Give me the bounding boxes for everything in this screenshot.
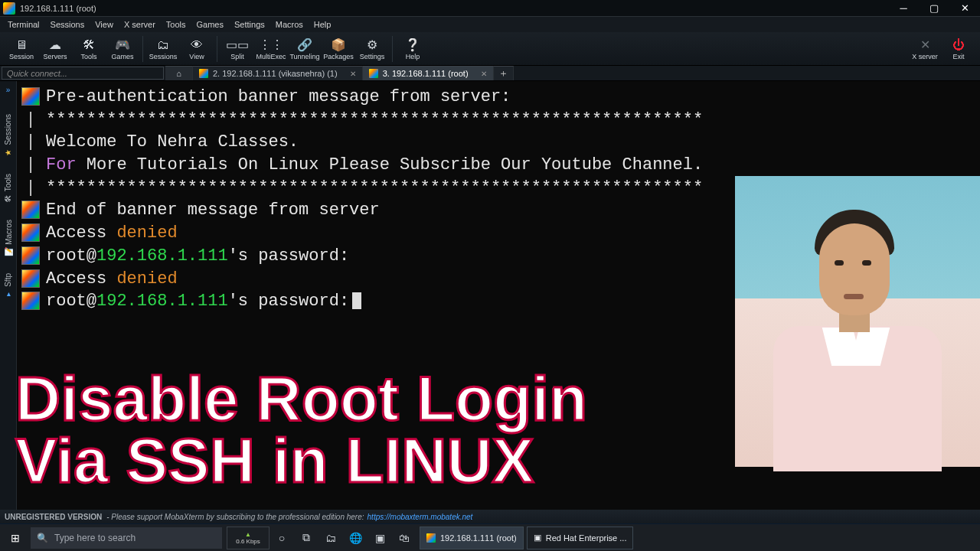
tb-help[interactable]: ❔Help — [396, 37, 430, 60]
taskbar-app-vm[interactable]: ▣Red Hat Enterprise ... — [527, 527, 634, 549]
cloud-icon: ☁ — [49, 37, 61, 53]
vm-icon: ▣ — [534, 533, 541, 543]
tb-xserver[interactable]: ✕X server — [908, 37, 942, 60]
tb-games-label: Games — [111, 53, 133, 60]
tb-view[interactable]: 👁View — [180, 37, 214, 60]
tb-exit[interactable]: ⏻Exit — [942, 37, 975, 60]
sidebar-sftp[interactable]: ▸Sftp — [4, 273, 12, 298]
tb-sessions[interactable]: 🗂Sessions — [146, 37, 180, 60]
minimize-button[interactable]: ─ — [888, 2, 919, 14]
start-button[interactable]: ⊞ — [0, 532, 31, 544]
tb-multiexec[interactable]: ⋮⋮MultiExec — [254, 37, 288, 60]
multiexec-icon: ⋮⋮ — [259, 37, 283, 53]
tools-icon: 🛠 — [4, 194, 12, 202]
tb-servers-label: Servers — [43, 53, 67, 60]
tb-tools[interactable]: 🛠Tools — [72, 37, 106, 60]
term-line: End of banner message from server — [46, 199, 380, 222]
store-icon[interactable]: 🛍 — [392, 527, 416, 549]
term-line: root@192.168.1.111's password: — [46, 245, 349, 268]
menu-xserver[interactable]: X server — [119, 19, 160, 30]
tb-settings-label: Settings — [360, 53, 385, 60]
tb-sessions-label: Sessions — [149, 53, 178, 60]
tab-bar: ⌂ 2. 192.168.1.111 (vikasnehra) (1)✕ 3. … — [165, 66, 980, 80]
split-icon: ▭▭ — [226, 37, 249, 53]
package-icon: 📦 — [331, 37, 346, 53]
app-icon — [3, 2, 15, 15]
term-line: root@192.168.1.111's password: — [46, 290, 361, 313]
term-line: ****************************************… — [46, 177, 703, 200]
term-line: Access denied — [46, 268, 178, 291]
sidebar-label: Macros — [4, 220, 12, 245]
cortana-icon[interactable]: ○ — [270, 527, 294, 549]
overlay-line-1: Disable Root Login — [15, 368, 587, 429]
status-link[interactable]: https://mobaxterm.mobatek.net — [368, 513, 473, 521]
menu-tools[interactable]: Tools — [162, 19, 191, 30]
sidebar-sessions[interactable]: ★Sessions — [4, 114, 12, 157]
cursor — [352, 292, 361, 309]
tb-packages[interactable]: 📦Packages — [322, 37, 355, 60]
tb-view-label: View — [189, 53, 204, 60]
tb-servers[interactable]: ☁Servers — [38, 37, 72, 60]
tb-session[interactable]: 🖥Session — [5, 37, 38, 60]
window-title: 192.168.1.111 (root) — [18, 4, 888, 13]
tab-session-1[interactable]: 2. 192.168.1.111 (vikasnehra) (1)✕ — [193, 66, 363, 80]
session-icon — [199, 69, 208, 78]
maximize-button[interactable]: ▢ — [919, 2, 949, 14]
tb-split[interactable]: ▭▭Split — [220, 37, 254, 60]
tab-home[interactable]: ⌂ — [165, 66, 193, 80]
monitor-icon: 🖥 — [15, 37, 28, 53]
menu-sessions[interactable]: Sessions — [46, 19, 90, 30]
taskview-icon[interactable]: ⧉ — [294, 527, 318, 549]
quick-connect-input[interactable]: Quick connect... — [2, 67, 164, 80]
sidebar-macros[interactable]: 📝Macros — [4, 220, 13, 256]
term-line: Access denied — [46, 222, 178, 245]
tab-new[interactable]: ＋ — [494, 66, 514, 80]
sessions-icon: 🗂 — [157, 37, 169, 53]
menu-view[interactable]: View — [90, 19, 118, 30]
tab-session-2[interactable]: 3. 192.168.1.111 (root)✕ — [363, 66, 494, 80]
prompt-icon — [21, 292, 40, 310]
prompt-icon — [21, 87, 40, 106]
xserver-icon: ✕ — [920, 37, 930, 53]
status-unregistered: UNREGISTERED VERSION — [5, 513, 102, 521]
presenter-photo — [735, 176, 980, 467]
close-button[interactable]: ✕ — [949, 2, 980, 14]
menu-games[interactable]: Games — [192, 19, 228, 30]
explorer-icon[interactable]: 🗂 — [318, 527, 343, 549]
app-icon — [426, 533, 436, 543]
menu-macros[interactable]: Macros — [271, 19, 308, 30]
menu-settings[interactable]: Settings — [230, 19, 270, 30]
taskbar-search[interactable]: 🔍Type here to search — [31, 527, 222, 549]
power-icon: ⏻ — [952, 37, 965, 53]
edge-icon[interactable]: 🌐 — [343, 527, 368, 549]
taskbar-app-mobaxterm[interactable]: 192.168.1.111 (root) — [420, 527, 524, 549]
prompt-icon — [21, 201, 40, 219]
sidebar-expand[interactable]: » — [6, 83, 11, 97]
tab-close-icon[interactable]: ✕ — [481, 70, 487, 78]
window-titlebar: 192.168.1.111 (root) ─ ▢ ✕ — [0, 0, 980, 17]
tab-label: 3. 192.168.1.111 (root) — [383, 69, 469, 78]
taskbar-app-label: 192.168.1.111 (root) — [440, 533, 517, 543]
plus-icon: ＋ — [498, 67, 508, 80]
sidebar-label: Sftp — [4, 273, 12, 287]
tb-settings[interactable]: ⚙Settings — [355, 37, 389, 60]
tab-close-icon[interactable]: ✕ — [350, 70, 356, 78]
tb-tunneling[interactable]: 🔗Tunneling — [288, 37, 322, 60]
menu-help[interactable]: Help — [309, 19, 336, 30]
tunnel-icon: 🔗 — [297, 37, 312, 53]
tb-session-label: Session — [9, 53, 34, 60]
taskbar-app-label: Red Hat Enterprise ... — [546, 533, 627, 543]
toolbar-separator — [392, 36, 393, 62]
prompt-icon — [21, 223, 40, 242]
tb-help-label: Help — [406, 53, 420, 60]
sidebar-tools[interactable]: 🛠Tools — [4, 174, 12, 203]
menu-terminal[interactable]: Terminal — [3, 19, 44, 30]
terminal-icon[interactable]: ▣ — [368, 527, 392, 549]
windows-taskbar: ⊞ 🔍Type here to search ▲0.6 Kbps ○ ⧉ 🗂 🌐… — [0, 523, 980, 551]
gear-icon: ⚙ — [367, 37, 377, 53]
tb-games[interactable]: 🎮Games — [106, 37, 139, 60]
tab-label: 2. 192.168.1.111 (vikasnehra) (1) — [213, 69, 338, 78]
home-icon: ⌂ — [176, 69, 181, 78]
status-text: - Please support MobaXterm by subscribin… — [106, 513, 364, 521]
sidebar: » ★Sessions 🛠Tools 📝Macros ▸Sftp — [0, 81, 17, 520]
